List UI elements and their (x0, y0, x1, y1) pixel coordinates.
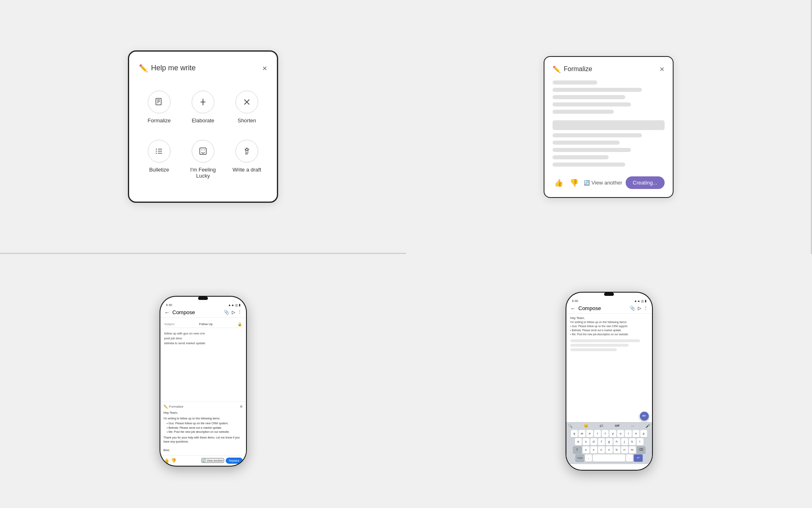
keyboard-more-btn[interactable]: ··· (631, 424, 635, 428)
key-y[interactable]: y (609, 430, 616, 437)
view-another-button[interactable]: 🔄 View another (584, 180, 622, 186)
feeling-lucky-icon (192, 140, 214, 163)
keyboard-gif-btn[interactable]: GIF (615, 424, 620, 427)
formalize-action[interactable]: Formalize (139, 84, 179, 130)
compose-toolbar-right: ← Compose 📎 ▷ ⋮ (566, 304, 652, 314)
formalize-label: Formalize (147, 117, 171, 124)
skeleton-text (570, 339, 640, 342)
wifi-icon: ▲▲ (228, 303, 234, 307)
key-s[interactable]: s (583, 438, 590, 445)
thumbs-down-btn-left[interactable]: 👎 (171, 458, 177, 463)
write-draft-action[interactable]: Write a draft (227, 133, 267, 185)
key-shift[interactable]: ⇧ (573, 446, 582, 454)
key-space[interactable] (593, 454, 625, 462)
key-a[interactable]: a (575, 438, 582, 445)
formalize-icon (148, 91, 171, 113)
keyboard-search-btn[interactable]: 🔍 (568, 424, 572, 428)
signal-icon-right: ||| (641, 299, 644, 303)
key-w[interactable]: w (579, 430, 585, 437)
key-u[interactable]: u (617, 430, 624, 437)
close-suggestion-button[interactable]: ✕ (240, 404, 243, 409)
key-enter[interactable]: ↵ (634, 454, 643, 462)
key-m[interactable]: m (629, 446, 636, 454)
view-another-label: View another (592, 180, 622, 186)
key-numbers[interactable]: ?123 (575, 454, 584, 462)
key-k[interactable]: k (629, 438, 636, 445)
key-b[interactable]: b (613, 446, 620, 454)
key-g[interactable]: g (606, 438, 613, 445)
down-arrow[interactable]: ⌄ (646, 465, 649, 469)
pencil-icon: ✏️ (139, 64, 148, 73)
replace-button[interactable]: Replace (226, 458, 243, 464)
key-d[interactable]: d (590, 438, 597, 445)
dialog-title-text: Help me write (151, 64, 196, 72)
key-f[interactable]: f (598, 438, 605, 445)
quadrant-bottom-right: 9:30 ▲▲ ||| ▮ ← Compose 📎 ▷ ⋮ Hey Team, … (406, 254, 812, 508)
elaborate-action[interactable]: Elaborate (183, 84, 223, 130)
send-icon[interactable]: ▷ (232, 310, 235, 315)
compose-actions-right: 📎 ▷ ⋮ (630, 306, 648, 311)
key-p[interactable]: p (640, 430, 647, 437)
key-i[interactable]: i (625, 430, 632, 437)
keyboard-row-4: ?123 , . ↵ (567, 454, 651, 462)
refresh-small-icon: 🔄 (202, 459, 206, 462)
ai-closing: Thank you for your help with these items… (164, 436, 243, 453)
bullet-2-right: • Belinda: Please send out a market upda… (570, 328, 648, 332)
key-v[interactable]: v (606, 446, 613, 454)
key-period[interactable]: . (626, 454, 633, 462)
thumbs-up-btn-left[interactable]: 👍 (164, 458, 169, 463)
view-another-btn-left[interactable]: 🔄 View another (201, 458, 224, 463)
keyboard-sticker-btn[interactable]: 🏷 (600, 424, 603, 428)
more-icon-right[interactable]: ⋮ (644, 306, 648, 311)
skeleton-line (553, 102, 631, 106)
ai-fab-button[interactable]: ✏ (640, 412, 649, 421)
keyboard-row-3: ⇧ z x c v b n m ⌫ (567, 446, 651, 454)
key-x[interactable]: x (590, 446, 597, 454)
skeleton-text (570, 344, 628, 347)
status-bar-right: 9:30 ▲▲ ||| ▮ (566, 297, 652, 304)
formalize-close-button[interactable]: × (660, 65, 665, 73)
attach-icon-right[interactable]: 📎 (630, 306, 635, 311)
shorten-icon (235, 91, 258, 113)
key-r[interactable]: r (594, 430, 601, 437)
svg-rect-2 (157, 101, 160, 102)
thumbs-up-button[interactable]: 👍 (553, 177, 565, 189)
key-e[interactable]: e (586, 430, 593, 437)
formalize-title-text: Formalize (564, 65, 592, 73)
key-c[interactable]: c (598, 446, 605, 454)
keyboard-emoji-btn[interactable]: 😊 (584, 424, 588, 428)
key-n[interactable]: n (621, 446, 628, 454)
formalize-card: ✏️ Formalize × 👍 👎 🔄 View another (544, 56, 674, 198)
dialog-header: ✏️ Help me write × (139, 64, 267, 73)
back-button-right[interactable]: ← (570, 305, 576, 312)
bulletize-action[interactable]: Bulletize (139, 133, 179, 185)
key-t[interactable]: t (602, 430, 609, 437)
feeling-lucky-label: I'm Feeling Lucky (186, 167, 220, 179)
send-icon-right[interactable]: ▷ (638, 306, 641, 311)
keyboard-mic-btn[interactable]: 🎤 (646, 424, 650, 428)
ai-suggestion-header: ✏️ Formalize ✕ (164, 404, 243, 409)
shorten-action[interactable]: Shorten (227, 84, 267, 130)
email-compose-area: Hey Team, I'm writing to follow up on th… (566, 314, 652, 422)
close-button[interactable]: × (262, 64, 267, 72)
attach-icon[interactable]: 📎 (224, 310, 229, 315)
write-draft-icon (235, 140, 258, 163)
key-h[interactable]: h (613, 438, 620, 445)
key-q[interactable]: q (571, 430, 578, 437)
bulletize-label: Bulletize (149, 167, 169, 173)
thumbs-down-button[interactable]: 👎 (568, 177, 580, 189)
back-button-left[interactable]: ← (164, 309, 170, 316)
formalize-title: ✏️ Formalize (553, 65, 592, 73)
key-z[interactable]: z (583, 446, 590, 454)
key-o[interactable]: o (633, 430, 639, 437)
key-backspace[interactable]: ⌫ (637, 446, 646, 454)
feeling-lucky-action[interactable]: I'm Feeling Lucky (183, 133, 223, 185)
subject-label: Subject (164, 322, 175, 326)
key-j[interactable]: j (621, 438, 628, 445)
more-icon[interactable]: ⋮ (238, 310, 242, 315)
phone-screen-right: 9:30 ▲▲ ||| ▮ ← Compose 📎 ▷ ⋮ Hey Team, … (566, 293, 652, 470)
email-body-left: Subject Follow Up 🔒 follow up with gus o… (160, 318, 246, 402)
key-comma[interactable]: , (585, 454, 592, 462)
key-l[interactable]: l (637, 438, 644, 445)
creating-button[interactable]: Creating... (626, 176, 665, 189)
